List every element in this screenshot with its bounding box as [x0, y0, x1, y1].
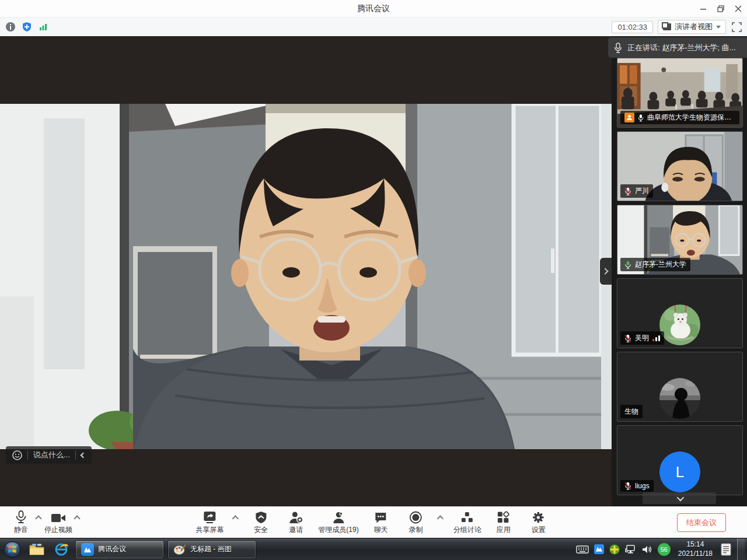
restore-icon	[717, 5, 724, 12]
tray-network-icon[interactable]	[625, 545, 637, 554]
security-icon	[255, 510, 267, 524]
windows-start-icon	[4, 541, 21, 558]
windows-taskbar: 腾讯会议 无标题 - 画图	[0, 538, 747, 560]
minimize-button[interactable]	[694, 0, 712, 18]
view-mode-label: 演讲者视图	[675, 22, 713, 32]
mic-muted-icon	[624, 187, 631, 195]
letter-avatar: L	[659, 452, 700, 492]
mic-options-caret[interactable]	[35, 515, 41, 522]
record-icon	[410, 510, 423, 524]
security-button[interactable]: 安全	[248, 507, 274, 538]
show-desktop-button[interactable]	[737, 538, 745, 560]
controls-center: 共享屏幕 安全	[196, 507, 551, 538]
participant-tile-qufu[interactable]: 曲阜师范大学生物资源保护与...	[617, 58, 743, 128]
chat-bubble-icon	[375, 510, 388, 524]
meeting-topbar: 01:02:33 演讲者视图	[0, 18, 747, 36]
tray-tencent-meeting-icon[interactable]	[594, 544, 604, 554]
internet-explorer-icon	[53, 541, 69, 558]
system-tray: 56 15:14 2021/11/18	[576, 538, 747, 560]
divider	[75, 450, 76, 460]
breakout-icon	[461, 510, 474, 524]
quick-chat-bar[interactable]: 说点什么...	[6, 446, 92, 464]
network-quality-icon[interactable]	[37, 21, 49, 33]
view-mode-switcher[interactable]: 演讲者视图	[658, 20, 726, 34]
taskbar-clock[interactable]: 15:14 2021/11/18	[676, 540, 715, 558]
mic-muted-icon	[624, 334, 631, 342]
close-icon	[735, 5, 742, 12]
participant-thumbnails: 曲阜师范大学生物资源保护与...	[612, 58, 747, 506]
participant-name: liugs	[635, 482, 650, 490]
apps-label: 应用	[497, 525, 511, 535]
tray-360-score-badge[interactable]: 56	[658, 543, 671, 556]
participant-tile-shengwu[interactable]: 生物	[617, 352, 743, 422]
participant-label: 赵序茅-兰州大学	[620, 258, 690, 271]
tencent-meeting-window: 腾讯会议	[0, 0, 747, 560]
meeting-controlbar: 静音 停止视频	[0, 506, 747, 538]
close-button[interactable]	[729, 0, 747, 18]
topbar-right: 01:02:33 演讲者视图	[612, 18, 742, 36]
microphone-icon	[15, 510, 27, 524]
mic-icon	[614, 43, 622, 53]
participant-tile-yanchuan[interactable]: 严川	[617, 131, 743, 201]
security-label: 安全	[254, 525, 268, 535]
maximize-button[interactable]	[712, 0, 729, 18]
emoji-icon[interactable]	[12, 450, 22, 460]
security-shield-icon[interactable]	[21, 21, 33, 33]
more-participants-button[interactable]	[643, 492, 716, 504]
participants-sidebar: 正在讲话: 赵序茅-兰州大学; 曲...	[612, 36, 747, 506]
participant-label: 曲阜师范大学生物资源保护与...	[620, 111, 739, 124]
hamster-avatar	[659, 304, 700, 345]
speaking-indicator-banner: 正在讲话: 赵序茅-兰州大学; 曲...	[608, 37, 747, 58]
record-options-caret[interactable]	[437, 515, 444, 522]
collapse-chat-icon[interactable]	[80, 452, 86, 458]
apps-button[interactable]: 应用	[491, 507, 516, 538]
stop-video-button[interactable]: 停止视频	[44, 507, 72, 538]
share-options-caret[interactable]	[232, 515, 239, 522]
participant-tile-zhaoxumao[interactable]: 赵序茅-兰州大学	[617, 205, 743, 275]
record-button[interactable]: 录制	[403, 507, 429, 538]
taskbar-app-tencent-meeting[interactable]: 腾讯会议	[75, 540, 164, 559]
start-button[interactable]	[0, 538, 25, 560]
participant-label: 生物	[620, 405, 643, 418]
mute-label: 静音	[14, 525, 28, 535]
chat-button[interactable]: 聊天	[368, 507, 394, 538]
meeting-info-icon[interactable]	[5, 21, 16, 33]
camera-icon	[51, 510, 66, 524]
apps-icon	[497, 510, 510, 524]
invite-button[interactable]: 邀请	[283, 507, 309, 538]
invite-person-icon	[289, 510, 303, 524]
camera-options-caret[interactable]	[74, 515, 80, 522]
settings-label: 设置	[532, 525, 546, 535]
file-explorer-button[interactable]	[25, 538, 49, 560]
settings-button[interactable]: 设置	[526, 507, 551, 538]
participant-tile-wuming[interactable]: 吴明	[617, 278, 743, 348]
manage-members-button[interactable]: 管理成员(19)	[318, 507, 358, 538]
window-title: 腾讯会议	[357, 4, 390, 14]
participant-tile-liugs[interactable]: L liugs	[617, 425, 743, 495]
fullscreen-button[interactable]	[731, 21, 742, 33]
share-screen-button[interactable]: 共享屏幕	[196, 507, 224, 538]
tray-keyboard-icon[interactable]	[576, 545, 589, 554]
participant-name: 赵序茅-兰州大学	[635, 260, 686, 270]
warning-person-badge-icon	[624, 113, 634, 123]
topbar-status-icons	[0, 21, 49, 33]
tray-volume-icon[interactable]	[642, 545, 652, 554]
share-screen-icon	[203, 510, 217, 524]
end-meeting-button[interactable]: 结束会议	[677, 513, 726, 532]
tray-notes-icon[interactable]	[720, 543, 732, 556]
settings-gear-icon	[532, 510, 545, 524]
main-speaker-video: 说点什么...	[0, 36, 612, 506]
meeting-main-area: 说点什么... 正在讲话: 赵序茅-兰州大学; 曲...	[0, 36, 747, 506]
clock-time: 15:14	[678, 540, 713, 550]
tray-360-safety-icon[interactable]	[609, 544, 620, 555]
taskbar-app-paint[interactable]: 无标题 - 画图	[167, 540, 256, 559]
window-controls	[694, 0, 747, 18]
minimize-icon	[700, 5, 707, 12]
internet-explorer-button[interactable]	[49, 538, 74, 560]
mute-button[interactable]: 静音	[8, 507, 34, 538]
silhouette-avatar	[659, 378, 700, 419]
chat-input-placeholder[interactable]: 说点什么...	[33, 450, 70, 460]
chat-label: 聊天	[374, 525, 388, 535]
breakout-rooms-button[interactable]: 分组讨论	[453, 507, 481, 538]
sidebar-collapse-handle[interactable]	[600, 258, 612, 285]
